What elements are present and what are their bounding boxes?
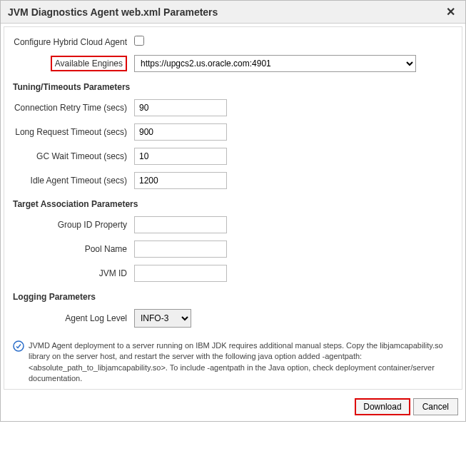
- cancel-button[interactable]: Cancel: [413, 398, 458, 415]
- group-id-row: Group ID Property: [13, 216, 453, 233]
- gc-wait-label: GC Wait Timeout (secs): [13, 151, 134, 161]
- idle-agent-row: Idle Agent Timeout (secs): [13, 172, 453, 189]
- logging-section-title: Logging Parameters: [13, 292, 453, 302]
- log-level-row: Agent Log Level INFO-3: [13, 309, 453, 328]
- hybrid-cloud-label: Configure Hybrid Cloud Agent: [13, 37, 134, 47]
- idle-agent-label: Idle Agent Timeout (secs): [13, 176, 134, 186]
- jvm-id-label: JVM ID: [13, 268, 134, 278]
- jvm-id-input[interactable]: [134, 265, 227, 282]
- tuning-section-title: Tuning/Timeouts Parameters: [13, 82, 453, 92]
- long-req-row: Long Request Timeout (secs): [13, 123, 453, 141]
- info-text: JVMD Agent deployment to a server runnin…: [29, 340, 453, 385]
- close-icon[interactable]: ✕: [443, 5, 458, 19]
- available-engines-row: Available Engines https://upgcs2.us.orac…: [13, 55, 453, 72]
- pool-name-input[interactable]: [134, 240, 227, 258]
- dialog-header: JVM Diagnostics Agent web.xml Parameters…: [1, 1, 465, 24]
- conn-retry-row: Connection Retry Time (secs): [13, 99, 453, 116]
- dialog-container: JVM Diagnostics Agent web.xml Parameters…: [0, 0, 466, 422]
- gc-wait-row: GC Wait Timeout (secs): [13, 148, 453, 165]
- log-level-label: Agent Log Level: [13, 313, 134, 323]
- conn-retry-input[interactable]: [134, 99, 227, 116]
- info-box: JVMD Agent deployment to a server runnin…: [13, 340, 453, 385]
- info-icon: [13, 340, 24, 352]
- idle-agent-input[interactable]: [134, 172, 227, 189]
- available-engines-label: Available Engines: [51, 56, 127, 71]
- long-req-label: Long Request Timeout (secs): [13, 127, 134, 137]
- hybrid-cloud-row: Configure Hybrid Cloud Agent: [13, 36, 453, 48]
- jvm-id-row: JVM ID: [13, 265, 453, 282]
- svg-point-0: [14, 341, 24, 351]
- pool-name-row: Pool Name: [13, 240, 453, 258]
- conn-retry-label: Connection Retry Time (secs): [13, 103, 134, 113]
- log-level-select[interactable]: INFO-3: [134, 309, 191, 328]
- pool-name-label: Pool Name: [13, 244, 134, 254]
- dialog-body: Configure Hybrid Cloud Agent Available E…: [4, 26, 462, 390]
- dialog-title: JVM Diagnostics Agent web.xml Parameters: [8, 6, 218, 18]
- available-engines-select[interactable]: https://upgcs2.us.oracle.com:4901: [134, 55, 416, 72]
- group-id-input[interactable]: [134, 216, 227, 233]
- gc-wait-input[interactable]: [134, 148, 227, 165]
- button-bar: Download Cancel: [1, 393, 465, 421]
- group-id-label: Group ID Property: [13, 220, 134, 230]
- target-section-title: Target Association Parameters: [13, 199, 453, 209]
- hybrid-cloud-checkbox[interactable]: [134, 36, 144, 46]
- long-req-input[interactable]: [134, 123, 227, 141]
- download-button[interactable]: Download: [355, 398, 410, 415]
